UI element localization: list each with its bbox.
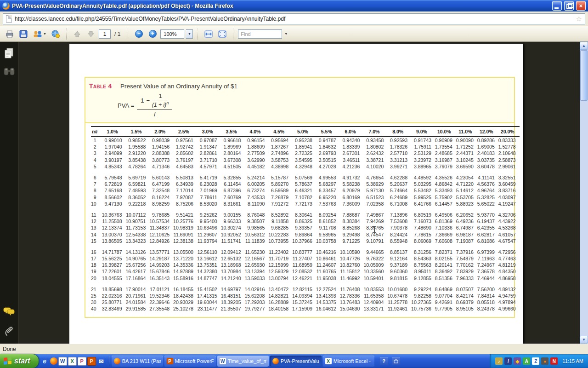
table-cell: 13.76483 — [340, 299, 364, 305]
print-button[interactable] — [4, 28, 16, 40]
task-button-powerpoint[interactable]: PMicrosoft PowerPo... — [164, 356, 216, 367]
table-row: 32.940992.912202.883882.856022.828612.80… — [91, 150, 520, 156]
outlook-quicklaunch-icon[interactable]: ✉ — [97, 357, 106, 366]
table-cell: 12.78336 — [340, 293, 364, 299]
scrollbar-thumb[interactable] — [580, 50, 588, 101]
table-cell: 11.25508 — [102, 218, 126, 224]
messenger-tray-icon[interactable]: / — [504, 357, 512, 365]
previous-page-button[interactable] — [71, 28, 83, 40]
table-cell: 0.90090 — [456, 137, 477, 144]
table-cell: 29.91585 — [125, 305, 149, 312]
scrollbar-track[interactable] — [580, 101, 588, 336]
table-cell: 2.72325 — [292, 150, 316, 156]
table-cell: 16.39827 — [102, 262, 126, 268]
table-cell: 6.73274 — [244, 187, 268, 194]
zoom-level-select[interactable]: 100% — [160, 29, 184, 39]
excel-quicklaunch-icon[interactable]: X — [68, 357, 77, 366]
restore-button[interactable] — [564, 1, 574, 11]
close-button[interactable]: × — [576, 1, 586, 11]
table-cell: 5.33493 — [435, 187, 456, 194]
table-cell: 12.54338 — [125, 231, 149, 237]
table-cell: 11.93794 — [197, 238, 221, 244]
table-cell: 7.16073 — [411, 218, 435, 224]
table-cell: 9.38507 — [244, 218, 268, 224]
table-cell: 9.37189 — [387, 262, 411, 268]
pages-panel-icon[interactable] — [4, 47, 15, 59]
volume-tray-icon[interactable]: ● — [541, 357, 548, 365]
table-cell: 8.61852 — [316, 218, 340, 224]
table-cell: 25.10278 — [173, 305, 197, 312]
table-cell: 15.56225 — [102, 255, 126, 262]
save-button[interactable] — [17, 28, 29, 40]
table-cell: 7.36669 — [435, 231, 456, 237]
scroll-up-icon[interactable]: ▲ — [580, 42, 588, 50]
vertical-scrollbar[interactable]: ▲ ▼ — [580, 42, 588, 344]
zone-tray-icon[interactable]: Z — [532, 357, 539, 365]
page-number-input[interactable] — [99, 29, 111, 39]
search-binoculars-icon[interactable] — [3, 67, 15, 76]
bookmark-star-icon[interactable]: ☆ — [576, 15, 582, 23]
task-button-firefox[interactable]: BA 213 W11 (Pasc... — [112, 356, 163, 367]
help-button[interactable]: ? — [380, 357, 388, 365]
powerpoint-quicklaunch-icon[interactable]: P — [87, 357, 96, 366]
table-cell: 0.94787 — [316, 137, 340, 144]
collaborate-button[interactable]: ▼ — [31, 28, 48, 40]
publisher-quicklaunch-icon[interactable]: P — [78, 357, 86, 366]
next-page-button[interactable] — [85, 28, 97, 40]
table-cell: 11.29607 — [197, 231, 221, 237]
attachments-paperclip-icon[interactable] — [4, 326, 14, 337]
zoom-in-button[interactable]: + — [147, 28, 158, 40]
table-cell: 13.57771 — [149, 249, 173, 255]
word-quicklaunch-icon[interactable]: W — [58, 357, 67, 366]
collaborate-dropdown-icon[interactable]: ▼ — [43, 32, 46, 35]
table-column-header: 12.0% — [477, 126, 498, 137]
table-cell: 9.98565 — [244, 224, 268, 231]
internet-explorer-quicklaunch-icon[interactable]: e — [40, 357, 49, 366]
table-cell: 8.05518 — [477, 299, 498, 305]
table-cell: 4.19247 — [498, 201, 520, 207]
table-cell: 7.70162 — [456, 262, 477, 268]
task-button-word[interactable]: WTime_value_of_mo... — [217, 356, 269, 367]
table-cell: 3.54595 — [292, 157, 316, 163]
table-cell: 7.90378 — [387, 224, 411, 231]
fit-page-button[interactable] — [216, 28, 228, 40]
table-cell: 8.09254 — [316, 212, 340, 218]
table-cell: 7.60608 — [435, 238, 456, 244]
zoom-dropdown-icon[interactable]: ▼ — [186, 29, 193, 39]
find-input[interactable] — [238, 29, 282, 39]
table-cell: 2.57710 — [387, 150, 411, 156]
firefox-quicklaunch-icon[interactable] — [50, 357, 57, 365]
table-body-band: n/i1.0%1.5%2.0%2.5%3.0%3.5%4.0%4.5%5.0%5… — [85, 123, 514, 317]
table-cell: 4.86842 — [435, 181, 456, 187]
table-cell: 7.43533 — [244, 194, 268, 201]
table-cell: 13.34323 — [125, 238, 149, 244]
table-column-header: 1.5% — [125, 126, 149, 137]
language-bar-button[interactable] — [392, 357, 400, 365]
start-button[interactable]: start — [0, 354, 39, 368]
toolbar-separator — [198, 29, 198, 40]
table-cell: 21.35507 — [221, 305, 245, 312]
minimize-button[interactable] — [552, 1, 562, 11]
table-cell: 8.53020 — [197, 201, 221, 207]
task-button-firefox[interactable]: PVA-PresentValue... — [270, 356, 322, 367]
url-text[interactable]: http://classes.lanecc.edu/file.php/24555… — [15, 16, 573, 22]
zoom-out-button[interactable]: − — [133, 28, 145, 40]
scroll-down-icon[interactable]: ▼ — [580, 336, 588, 344]
find-dropdown-icon[interactable]: ▼ — [284, 32, 288, 35]
table-cell: 22.39646 — [149, 299, 173, 305]
table-cell: 6.42355 — [477, 224, 498, 231]
updates-tray-icon[interactable]: A — [523, 357, 530, 365]
table-cell: 10.73955 — [268, 238, 292, 244]
url-field[interactable]: http://classes.lanecc.edu/file.php/24555… — [3, 13, 585, 24]
task-button-excel[interactable]: XMicrosoft Excel - r... — [323, 356, 374, 367]
comments-panel-icon[interactable] — [3, 307, 15, 316]
table-cell: 11.25778 — [387, 299, 411, 305]
table-cell: 3.50515 — [316, 157, 340, 163]
fit-width-button[interactable] — [203, 28, 215, 40]
shield-tray-icon[interactable]: ◆ — [514, 357, 521, 365]
table-cell: 5.20637 — [387, 181, 411, 187]
share-button[interactable] — [50, 28, 62, 40]
period-cell: 25 — [91, 293, 102, 299]
norton-tray-icon[interactable]: N — [550, 357, 558, 365]
media-tray-icon[interactable]: ♪ — [495, 357, 503, 365]
